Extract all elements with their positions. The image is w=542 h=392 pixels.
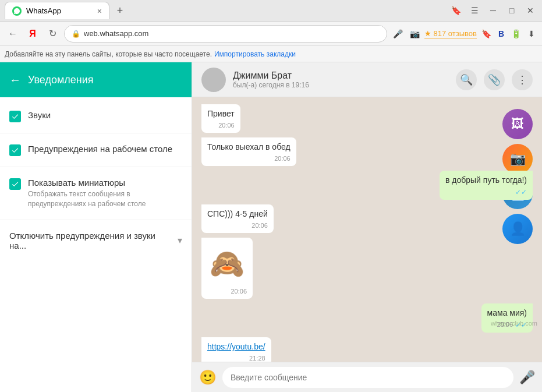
msg-text-4: СПС))) 4-5 дней: [207, 209, 268, 218]
contact-float-btn[interactable]: 👤: [502, 214, 533, 244]
thumbnails-label: Показывать миниатюры: [28, 178, 182, 188]
more-btn[interactable]: ⋮: [512, 69, 533, 90]
watermark: whapp-club.com: [491, 320, 537, 327]
mic-btn[interactable]: 🎤: [519, 370, 535, 385]
contact-float-icon: 👤: [510, 221, 526, 236]
sounds-label-container: Звуки: [28, 110, 51, 120]
reload-btn[interactable]: ↻: [44, 26, 61, 42]
settings-back-btn[interactable]: ←: [9, 73, 21, 87]
setting-desktop-alerts[interactable]: Предупреждения на рабочем столе: [0, 136, 192, 164]
desktop-alerts-label: Предупреждения на рабочем столе: [28, 144, 172, 154]
msg-text-1: Привет: [207, 109, 235, 118]
rating-badge[interactable]: ★ 817 отзывов: [424, 29, 477, 38]
msg-emoji-5: 🙈: [207, 242, 247, 285]
divider-2: [0, 167, 192, 167]
msg-meta-4: 20:06: [207, 221, 268, 230]
msg-bubble-5: 🙈 20:06: [201, 238, 253, 299]
battery-icon: 🔋: [509, 27, 523, 41]
close-btn[interactable]: ✕: [523, 3, 537, 17]
mute-label: Отключить предупреждения и звуки на...: [9, 231, 171, 250]
camera-icon[interactable]: 📷: [408, 27, 422, 41]
bookmarks-text: Добавляйте на эту панель сайты, которые …: [5, 50, 212, 58]
thumbnails-label-container: Показывать миниатюры Отображать текст со…: [28, 178, 182, 209]
msg-meta-2: 20:06: [207, 154, 291, 163]
emoji-picker-btn[interactable]: 🙂: [199, 369, 217, 386]
sounds-label: Звуки: [28, 110, 51, 120]
chat-actions: 🔍 📎 ⋮: [456, 69, 533, 90]
chat-input-area: 🙂 🎤: [192, 362, 542, 392]
tab-area: WhatsApp × +: [5, 2, 444, 19]
mic-icon[interactable]: 🎤: [391, 27, 405, 41]
message-input[interactable]: [222, 367, 513, 388]
lock-icon: 🔒: [72, 30, 80, 38]
msg-row-5: 🙈 20:06: [201, 238, 533, 299]
bookmark-btn[interactable]: 🔖: [449, 3, 463, 17]
messages-area: 🖼 📷 📄 👤 Привет: [192, 97, 542, 362]
msg-meta-1: 20:06: [207, 121, 235, 130]
msg-time-5: 20:06: [231, 287, 247, 296]
divider-1: [0, 133, 192, 133]
address-text: web.whatsapp.com: [84, 29, 380, 38]
tab-title: WhatsApp: [26, 6, 61, 15]
import-bookmarks-link[interactable]: Импортировать закладки: [214, 50, 296, 58]
msg-meta-5: 20:06: [207, 287, 247, 296]
attach-btn[interactable]: 📎: [484, 69, 505, 90]
setting-sounds[interactable]: Звуки: [0, 102, 192, 130]
title-bar: WhatsApp × + 🔖 ☰ ─ □ ✕: [0, 0, 542, 22]
maximize-btn[interactable]: □: [505, 3, 519, 17]
mute-item[interactable]: Отключить предупреждения и звуки на... ▾: [0, 223, 192, 259]
back-btn[interactable]: ←: [5, 26, 21, 42]
msg-check-3: ✓✓: [515, 188, 527, 197]
b-icon[interactable]: В: [496, 27, 506, 41]
tab-favicon: [12, 6, 22, 16]
nav-bookmark-icon[interactable]: 🔖: [479, 27, 494, 41]
new-tab-btn[interactable]: +: [112, 2, 128, 19]
desktop-alerts-checkbox[interactable]: [9, 144, 21, 156]
msg-text-6: мама мия): [487, 308, 527, 317]
chat-header: Джимми Брат был(-а) сегодня в 19:16 🔍 📎 …: [192, 62, 542, 97]
menu-btn[interactable]: ☰: [467, 3, 481, 17]
image-float-btn[interactable]: 🖼: [502, 109, 533, 139]
msg-bubble-7: https://youtu.be/ 21:28: [201, 337, 271, 362]
contact-status: был(-а) сегодня в 19:16: [233, 81, 449, 89]
nav-right: 🎤 📷 ★ 817 отзывов 🔖 В 🔋 ⬇: [391, 27, 537, 41]
search-chat-btn[interactable]: 🔍: [456, 69, 477, 90]
divider-3: [0, 220, 192, 220]
bookmarks-bar: Добавляйте на эту панель сайты, которые …: [0, 46, 542, 62]
browser-frame: WhatsApp × + 🔖 ☰ ─ □ ✕ ← Я ↻ 🔒 web.whats…: [0, 0, 542, 392]
msg-meta-7: 21:28: [207, 354, 265, 362]
camera-float-btn[interactable]: 📷: [502, 144, 533, 174]
active-tab[interactable]: WhatsApp ×: [5, 2, 109, 19]
yandex-btn[interactable]: Я: [24, 26, 41, 42]
msg-text-3: в добрый путь тогда!): [445, 175, 527, 185]
tab-close-btn[interactable]: ×: [97, 6, 102, 16]
msg-link-7[interactable]: https://youtu.be/: [207, 342, 265, 351]
msg-bubble-6: мама мия) 20:06 ✓✓: [481, 303, 533, 333]
msg-row-1: Привет 20:06: [201, 104, 533, 133]
chat-info: Джимми Брат был(-а) сегодня в 19:16: [233, 70, 449, 89]
camera-float-icon: 📷: [510, 151, 526, 167]
contact-avatar: [201, 68, 226, 92]
msg-bubble-2: Только выехал в обед 20:06: [201, 137, 296, 166]
app-area: ← Уведомления Звуки: [0, 62, 542, 392]
contact-name: Джимми Брат: [233, 70, 449, 81]
msg-bubble-4: СПС))) 4-5 дней 20:06: [201, 204, 274, 233]
thumbnails-sub: Отображать текст сообщения в предупрежде…: [28, 189, 182, 209]
settings-title: Уведомления: [28, 74, 94, 86]
msg-bubble-3: в добрый путь тогда!) ✓✓: [440, 171, 533, 200]
msg-row-7: https://youtu.be/ 21:28: [201, 337, 533, 362]
thumbnails-checkbox[interactable]: [9, 178, 21, 190]
msg-bubble-1: Привет 20:06: [201, 104, 240, 133]
settings-header: ← Уведомления: [0, 62, 192, 97]
setting-thumbnails[interactable]: Показывать миниатюры Отображать текст со…: [0, 169, 192, 217]
address-bar[interactable]: 🔒 web.whatsapp.com: [64, 25, 387, 43]
msg-row-3: в добрый путь тогда!) ✓✓: [201, 171, 533, 200]
download-icon[interactable]: ⬇: [526, 27, 537, 41]
msg-meta-3: ✓✓: [445, 188, 527, 197]
title-bar-controls: 🔖 ☰ ─ □ ✕: [449, 3, 537, 17]
chat-panel: Джимми Брат был(-а) сегодня в 19:16 🔍 📎 …: [192, 62, 542, 392]
msg-time-1: 20:06: [218, 121, 235, 130]
minimize-btn[interactable]: ─: [486, 3, 500, 17]
sounds-checkbox[interactable]: [9, 111, 21, 122]
msg-time-4: 20:06: [251, 221, 268, 230]
